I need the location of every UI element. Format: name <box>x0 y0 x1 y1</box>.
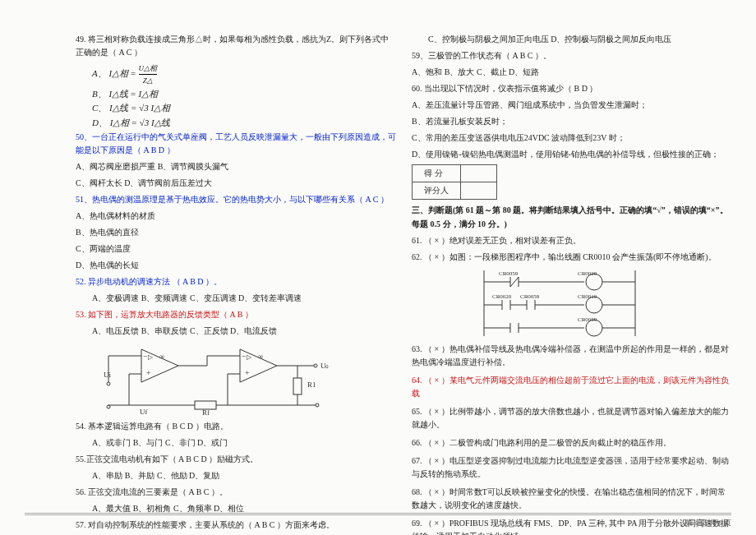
q50: 50、一台正在运行中的气关式单座阀，工艺人员反映泄漏量大，一般由下列原因造成，可… <box>76 131 397 157</box>
q51a: A、热电偶材料的材质 <box>76 210 397 223</box>
label-rf: Rf <box>202 408 210 417</box>
footer-rule <box>25 513 731 514</box>
d2-label4: CR0059 <box>520 293 540 300</box>
q49a-label: A、 <box>92 68 107 78</box>
q51b: B、热电偶的直径 <box>76 226 397 239</box>
d2-label3: CR0020 <box>492 293 512 300</box>
q49d-label: D、 <box>92 118 108 127</box>
label-ui: Ui <box>104 371 111 379</box>
score-table: 得 分 评分人 <box>412 164 497 200</box>
f-a-lhs: I△相 = <box>108 68 136 78</box>
q52a: A、变极调速 B、变频调速 C、变压调速 D、变转差率调速 <box>76 292 397 305</box>
q57: 57. 对自动控制系统的性能要求，主要从系统的（ A B C ）方面来考虑。 <box>76 519 397 532</box>
label-u0: U₀ <box>320 362 330 370</box>
label-uf: Uf <box>140 408 148 416</box>
svg-point-15 <box>314 364 317 367</box>
q68: 68. （ × ）时间常数T可以反映被控量变化的快慢。在输出稳态值相同的情况下，… <box>412 486 733 512</box>
score-row-grader: 评分人 <box>413 182 461 200</box>
page-footer: 第 4 页 共 6 页 <box>685 518 731 528</box>
label-r1: R1 <box>307 380 316 389</box>
f-a-top: U△相 <box>139 62 157 75</box>
svg-text:▷: ▷ <box>148 353 154 361</box>
f-b: I△线 = I△相 <box>108 89 157 99</box>
q61: 61. （ × ）绝对误差无正负，相对误差有正负。 <box>412 234 733 247</box>
q64: 64. （ × ）某电气元件两端交流电压的相位超前于流过它上面的电流，则该元件为… <box>412 374 733 400</box>
d2-label6: CR0059 <box>578 316 597 323</box>
ladder-diagram: CR0059 CR0020 CR0020 CR0059 CR0010 CR005… <box>477 267 733 339</box>
q60c: C、常用的差压变送器供电电压24VDC 波动降低到23V 时； <box>412 131 733 145</box>
q51: 51、热电偶的测温原理是基于热电效应。它的热电势大小，与以下哪些有关系（ A C… <box>76 193 397 206</box>
svg-text:−: − <box>242 352 247 361</box>
q49-opt-d: D、 I△相 = √3 I△线 <box>92 116 397 131</box>
q51c: C、两端的温度 <box>76 242 397 256</box>
q63: 63. （ × ）热电偶补偿导线及热电偶冷端补偿器，在测温中所起的作用是一样的，… <box>412 343 733 369</box>
svg-text:∞: ∞ <box>258 353 263 361</box>
svg-rect-24 <box>293 378 302 394</box>
q67: 67. （ × ）电压型逆变器抑制过电流能力比电流型逆变器强，适用于经常要求起动… <box>412 454 733 481</box>
svg-point-28 <box>107 405 110 408</box>
opamp-circuit-diagram: ▷ ∞ + − ▷ ∞ + − <box>84 341 397 417</box>
svg-text:+: + <box>245 368 250 377</box>
q60: 60. 当出现以下情况时，仪表指示值将减少（ B D ） <box>412 82 733 95</box>
svg-point-27 <box>316 404 319 407</box>
q59: 59、三极管的工作状态有（ A B C ）。 <box>412 49 733 62</box>
score-cell-empty1 <box>461 165 497 182</box>
q60b: B、若流量孔板安装反时； <box>412 115 733 128</box>
d2-label5: CR0010 <box>578 293 597 300</box>
q50b: C、阀杆太长 D、调节阀前后压差过大 <box>76 177 397 190</box>
q60d: D、使用镍铬-镍铝热电偶测温时，使用铂铑-铂热电偶的补偿导线，但极性接的正确； <box>412 148 733 161</box>
f-a-bot: Z△ <box>143 76 153 85</box>
q54: 54. 基本逻辑运算电路有（ B C D ）电路。 <box>76 420 397 433</box>
score-cell-empty2 <box>461 182 497 200</box>
q54a: A、或非门 B、与门 C、非门 D、或门 <box>76 436 397 450</box>
q51d: D、热电偶的长短 <box>76 259 397 272</box>
q66: 66. （ × ）二极管构成门电路利用的是二极管的反向截止时的稳压作用。 <box>412 436 733 450</box>
f-c: I△线 = √3 I△相 <box>109 103 169 113</box>
q49c-label: C、 <box>92 103 107 113</box>
q49-opt-a: A、 I△相 = U△相Z△ <box>92 62 397 87</box>
q65: 65. （ × ）比例带越小，调节器的放大倍数也越小，也就是调节器对输入偏差放大… <box>412 405 733 431</box>
svg-line-35 <box>510 277 519 287</box>
d2-label1: CR0059 <box>499 270 519 277</box>
footer-rule2 <box>25 514 731 515</box>
q55: 55.正弦交流电动机有如下（ A B C D ）励磁方式。 <box>76 453 397 466</box>
q50a: A、阀芯阀座磨损严重 B、调节阀膜头漏气 <box>76 160 397 173</box>
svg-text:▷: ▷ <box>247 353 252 361</box>
f-d: I△相 = √3 I△线 <box>110 118 170 127</box>
svg-text:+: + <box>146 368 151 377</box>
q53a: A、电压反馈 B、串联反馈 C、正反馈 D、电流反馈 <box>76 325 397 338</box>
q49-opt-b: B、 I△线 = I△相 <box>92 87 397 102</box>
q52: 52. 异步电动机的调速方法 （ A B D ）。 <box>76 275 397 288</box>
svg-text:−: − <box>143 352 148 361</box>
d2-label2: CR0020 <box>578 270 597 277</box>
q59a: A、饱和 B、放大 C、截止 D、短路 <box>412 66 733 79</box>
q62: 62. （ × ）如图：一段梯形图程序中，输出线圈 CR0010 会产生振荡(即… <box>412 251 733 264</box>
q60a: A、差压流量计导压管路、阀门组成系统中，当负管发生泄漏时； <box>412 99 733 112</box>
svg-text:∞: ∞ <box>159 353 164 361</box>
section3-heading: 三、判断题(第 61 题～第 80 题。将判断结果填入括号中。正确的填“√”，错… <box>412 203 733 231</box>
q49-opt-c: C、 I△线 = √3 I△相 <box>92 101 397 116</box>
q58c: C、控制极与阴极之间加正向电压 D、控制极与阴极之间加反向电压 <box>412 33 733 46</box>
q49b-label: B、 <box>92 89 107 99</box>
svg-point-10 <box>107 382 110 385</box>
q53: 53. 如下图，运算放大电路器的反馈类型（ A B ） <box>76 308 397 321</box>
score-row-score: 得 分 <box>413 165 461 182</box>
q55a: A、串励 B、并励 C、他励 D、复励 <box>76 469 397 482</box>
q49: 49. 将三相对称负载连接成三角形△时，如果每相为感性负载，感抗为Z。则下列各式… <box>76 33 397 59</box>
q56: 56. 正弦交流电流的三要素是（ A B C ）。 <box>76 486 397 499</box>
